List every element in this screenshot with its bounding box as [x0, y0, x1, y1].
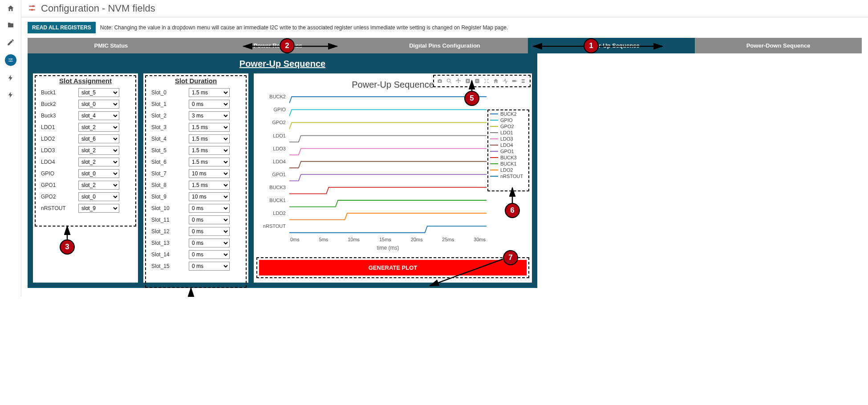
tab-pmic-status[interactable]: PMIC Status [28, 38, 195, 53]
legend-label: LDO2 [500, 167, 513, 173]
svg-rect-9 [522, 79, 525, 81]
edit-icon[interactable] [6, 37, 16, 47]
svg-point-0 [11, 59, 12, 60]
x-tick-label: 5ms [319, 237, 329, 242]
legend-item[interactable]: LDO1 [490, 130, 527, 135]
legend-item[interactable]: LDO3 [490, 136, 527, 142]
callout-6: 6 [505, 203, 520, 218]
slot-dur-label: Slot_4 [151, 136, 183, 142]
bolt-icon-2[interactable] [6, 90, 16, 100]
legend-item[interactable]: BUCK2 [490, 111, 527, 117]
config-icon[interactable] [5, 54, 16, 66]
slot-assign-select-ldo3[interactable]: slot_2 [78, 146, 119, 155]
slot-dur-label: Slot_5 [151, 147, 183, 154]
legend-swatch [490, 113, 498, 114]
callout-7: 7 [503, 250, 518, 265]
slot-dur-select-slot_2[interactable]: 3 ms [189, 111, 230, 120]
slot-dur-select-slot_8[interactable]: 1.5 ms [189, 181, 230, 190]
y-tick-label: LDO4 [273, 159, 286, 164]
slot-dur-label: Slot_1 [151, 101, 183, 107]
legend-item[interactable]: GPIO [490, 117, 527, 123]
slot-dur-select-slot_3[interactable]: 1.5 ms [189, 123, 230, 132]
slot-dur-select-slot_12[interactable]: 0 ms [189, 227, 230, 236]
svg-rect-10 [522, 81, 525, 83]
slot-assign-label: Buck2 [41, 101, 73, 107]
legend-item[interactable]: BUCK3 [490, 155, 527, 160]
tab-bar: PMIC StatusPower ResourcesDigital Pins C… [28, 38, 862, 53]
slot-dur-select-slot_14[interactable]: 0 ms [189, 250, 230, 259]
slot-dur-select-slot_5[interactable]: 1.5 ms [189, 146, 230, 155]
slot-assign-select-ldo1[interactable]: slot_2 [78, 123, 119, 132]
zoom-in-icon[interactable] [464, 77, 471, 85]
x-tick-label: 30ms [474, 237, 486, 242]
section-title: Power-Up Sequence [33, 59, 532, 69]
camera-icon[interactable] [436, 77, 443, 85]
legend-item[interactable]: nRSTOUT [490, 174, 527, 179]
chart-plot-area[interactable]: BUCK2GPIOGPO2LDO1LDO3LDO4GPO1BUCK3BUCK1L… [262, 93, 487, 254]
legend-label: nRSTOUT [500, 174, 523, 179]
slot-assign-select-gpio[interactable]: slot_0 [78, 169, 119, 178]
slot-assign-select-ldo2[interactable]: slot_6 [78, 134, 119, 143]
zoom-out-icon[interactable] [474, 77, 481, 85]
legend-label: GPIO [500, 117, 513, 123]
legend-swatch [490, 157, 498, 158]
tab-power-up-sequence[interactable]: Power-Up Sequence [528, 38, 695, 53]
slot-assign-select-buck3[interactable]: slot_4 [78, 111, 119, 120]
read-registers-button[interactable]: READ ALL REGISTERS [28, 22, 96, 33]
slot-assign-select-ldo4[interactable]: slot_2 [78, 158, 119, 166]
y-tick-label: GPO2 [272, 120, 286, 125]
tab-power-down-sequence[interactable]: Power-Down Sequence [695, 38, 862, 53]
legend-label: LDO4 [500, 142, 513, 148]
y-tick-label: nRSTOUT [263, 223, 286, 229]
slot-assign-select-buck1[interactable]: slot_5 [78, 88, 119, 97]
note-text: Note: Changing the value in a dropdown m… [100, 24, 508, 31]
slot-assign-select-gpo1[interactable]: slot_2 [78, 181, 119, 190]
svg-point-5 [447, 79, 450, 82]
slot-dur-label: Slot_6 [151, 159, 183, 165]
legend-item[interactable]: GPO2 [490, 124, 527, 129]
slot-dur-select-slot_1[interactable]: 0 ms [189, 100, 230, 109]
slot-assign-label: GPIO [41, 170, 73, 177]
legend-item[interactable]: LDO4 [490, 142, 527, 148]
slot-dur-select-slot_6[interactable]: 1.5 ms [189, 158, 230, 166]
slot-assign-select-nrstout[interactable]: slot_9 [78, 204, 119, 213]
legend-label: BUCK2 [500, 111, 517, 117]
toggle-hover-icon[interactable] [511, 77, 518, 85]
slot-dur-select-slot_7[interactable]: 10 ms [189, 169, 230, 178]
autoscale-icon[interactable] [483, 77, 490, 85]
slot-dur-label: Slot_0 [151, 89, 183, 96]
slot-dur-label: Slot_15 [151, 263, 183, 269]
bolt-icon[interactable] [6, 73, 16, 83]
slot-dur-select-slot_11[interactable]: 0 ms [189, 215, 230, 224]
slot-assign-select-gpo2[interactable]: slot_0 [78, 192, 119, 201]
slot-dur-select-slot_10[interactable]: 0 ms [189, 204, 230, 213]
slot-dur-select-slot_9[interactable]: 10 ms [189, 192, 230, 201]
slot-dur-select-slot_15[interactable]: 0 ms [189, 262, 230, 271]
slot-dur-select-slot_13[interactable]: 0 ms [189, 239, 230, 247]
pan-icon[interactable] [455, 77, 462, 85]
tab-digital-pins-configuration[interactable]: Digital Pins Configuration [361, 38, 528, 53]
legend-item[interactable]: GPO1 [490, 149, 527, 154]
y-tick-label: LDO1 [273, 133, 286, 138]
breadcrumb: Configuration - NVM fields [21, 0, 868, 17]
spike-icon[interactable] [502, 77, 509, 85]
tab-power-resources[interactable]: Power Resources [195, 38, 361, 53]
legend-swatch [490, 176, 498, 177]
legend-swatch [490, 170, 498, 170]
legend-item[interactable]: BUCK1 [490, 161, 527, 166]
generate-plot-button[interactable]: GENERATE PLOT [259, 260, 527, 275]
slot-dur-select-slot_4[interactable]: 1.5 ms [189, 134, 230, 143]
chart-legend: BUCK2GPIOGPO2LDO1LDO3LDO4GPO1BUCK3BUCK1L… [490, 93, 527, 254]
callout-5: 5 [464, 91, 479, 106]
home-icon[interactable] [6, 4, 16, 13]
compare-hover-icon[interactable] [520, 77, 527, 85]
zoom-icon[interactable] [446, 77, 453, 85]
slot-assign-select-buck2[interactable]: slot_0 [78, 100, 119, 109]
folder-icon[interactable] [6, 20, 16, 30]
slot-dur-label: Slot_2 [151, 113, 183, 119]
legend-item[interactable]: LDO2 [490, 167, 527, 173]
reset-icon[interactable] [492, 77, 499, 85]
slot-assign-label: GPO1 [41, 182, 73, 188]
legend-swatch [490, 138, 498, 139]
slot-dur-select-slot_0[interactable]: 1.5 ms [189, 88, 230, 97]
